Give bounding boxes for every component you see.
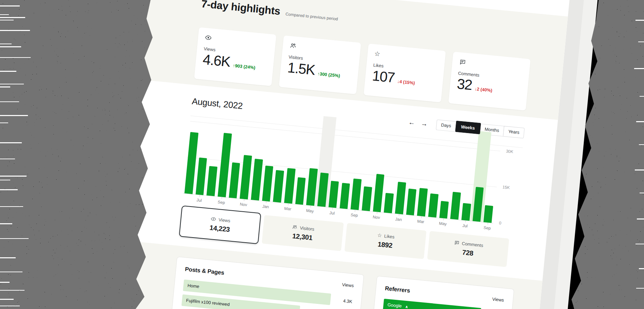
- metric-tab-label: Views: [218, 217, 231, 223]
- chart-bar[interactable]: [295, 177, 306, 205]
- posts-pages-title: Posts & Pages: [185, 266, 224, 276]
- comment-icon: [459, 59, 523, 71]
- xaxis-tick: [399, 214, 399, 216]
- xaxis-label: Jul: [325, 210, 339, 216]
- metric-tab-likes[interactable]: ☆ Likes 1892: [344, 223, 426, 259]
- visitors-icon: [289, 42, 354, 55]
- chart-bar[interactable]: [395, 182, 406, 214]
- ytick-15k: 15K: [502, 185, 510, 190]
- chart-bar[interactable]: [450, 192, 461, 220]
- xaxis-tick: [244, 199, 244, 201]
- xaxis-label: May: [303, 208, 317, 214]
- xaxis-tick: [200, 195, 200, 197]
- star-icon: ☆: [377, 232, 382, 238]
- xaxis-tick: [421, 216, 421, 218]
- xaxis-label: Mar: [281, 206, 295, 212]
- metric-tab-comments[interactable]: Comments 728: [427, 231, 509, 267]
- xaxis-label: Sep: [480, 225, 494, 231]
- eye-icon: [205, 34, 269, 47]
- chart-bar[interactable]: [406, 189, 417, 215]
- metric-tab-label: Likes: [384, 233, 395, 239]
- chart-bar[interactable]: [461, 203, 471, 221]
- chart-bar[interactable]: [262, 165, 273, 201]
- xaxis-label: Jul: [192, 197, 206, 203]
- card-delta: ↓4 (15%): [397, 79, 415, 86]
- card-value: 32: [456, 76, 473, 93]
- eye-icon: [210, 216, 216, 222]
- metric-tab-visitors[interactable]: Visitors 12,301: [262, 215, 344, 251]
- xaxis-label: Sep: [347, 212, 361, 218]
- right-noise-band: [559, 0, 644, 309]
- xaxis-label: Mar: [414, 218, 428, 225]
- xaxis-label: May: [436, 221, 450, 227]
- card-delta: ↑300 (25%): [317, 71, 341, 78]
- posts-views-column-header: Views: [342, 282, 354, 288]
- metric-tab-value: 728: [462, 248, 474, 257]
- xaxis-tick: [266, 201, 266, 203]
- left-noise-band: [0, 0, 160, 309]
- chart-bar[interactable]: [350, 178, 361, 210]
- chevron-up-icon[interactable]: ∧: [405, 305, 408, 309]
- card-value: 4.6K: [202, 51, 231, 70]
- xaxis-tick: [443, 218, 443, 220]
- xaxis-label: Jan: [392, 216, 406, 223]
- visitors-icon: [292, 224, 298, 230]
- referrers-views-column-header: Views: [492, 296, 504, 303]
- xaxis-tick: [487, 223, 488, 225]
- xaxis-tick: [288, 204, 288, 205]
- likes-highlight-card: ☆ Likes 107 ↓4 (15%): [364, 44, 446, 102]
- star-icon: ☆: [374, 50, 438, 63]
- screenshot-stage: 7-day highlights Compared to previous pe…: [0, 0, 644, 309]
- visitors-highlight-card: Visitors 1.5K ↑300 (25%): [279, 35, 361, 94]
- card-value: 107: [372, 67, 395, 86]
- chart-bar[interactable]: [195, 158, 207, 195]
- metric-tab-label: Comments: [462, 241, 484, 248]
- chart-bar[interactable]: [362, 186, 372, 211]
- card-value: 1.5K: [287, 60, 316, 79]
- chart-bar[interactable]: [240, 155, 252, 199]
- chart-bar[interactable]: [328, 181, 339, 208]
- chart-bar[interactable]: [373, 174, 384, 212]
- comment-icon: [454, 240, 460, 245]
- xaxis-tick: [222, 197, 222, 199]
- chart-bar[interactable]: [417, 188, 428, 216]
- chart-bar[interactable]: [428, 193, 438, 217]
- xaxis-tick: [465, 221, 466, 223]
- metric-tab-value: 14,223: [209, 224, 230, 233]
- tab-weeks[interactable]: Weeks: [455, 121, 481, 134]
- xaxis-tick: [310, 206, 311, 208]
- chart-bar[interactable]: [251, 159, 263, 200]
- ytick-30k: 30K: [506, 149, 514, 154]
- chart-bar[interactable]: [340, 183, 350, 209]
- xaxis-tick: [377, 212, 377, 214]
- metric-tab-value: 1892: [377, 240, 393, 249]
- xaxis-tick: [332, 208, 333, 210]
- chart-bar[interactable]: [484, 205, 493, 223]
- chart-bar[interactable]: [207, 166, 218, 196]
- card-delta: ↓2 (40%): [474, 86, 492, 93]
- card-delta: ↑903 (24%): [233, 63, 256, 70]
- chart-bar[interactable]: [439, 201, 449, 218]
- views-highlight-card: Views 4.6K ↑903 (24%): [194, 27, 277, 86]
- comments-highlight-card: Comments 32 ↓2 (40%): [448, 52, 531, 111]
- chart-bar[interactable]: [229, 162, 240, 198]
- referrers-title: Referrers: [384, 285, 410, 294]
- xaxis-label: Nov: [370, 214, 383, 221]
- metric-tab-value: 12,301: [292, 232, 313, 242]
- metric-tab-label: Visitors: [300, 225, 315, 232]
- xaxis-label: Jan: [258, 204, 272, 210]
- chart-bar[interactable]: [284, 168, 295, 204]
- xaxis-tick: [355, 210, 355, 212]
- xaxis-label: Jul: [458, 223, 472, 229]
- referrer-row-label: Google∧: [383, 299, 481, 309]
- chart-bar[interactable]: [273, 170, 284, 203]
- ytick-0: 0: [499, 221, 502, 226]
- chart-bar[interactable]: [384, 193, 394, 213]
- post-row-views: 4.3K: [330, 297, 352, 304]
- xaxis-label: Sep: [214, 199, 228, 206]
- xaxis-label: Nov: [236, 201, 250, 208]
